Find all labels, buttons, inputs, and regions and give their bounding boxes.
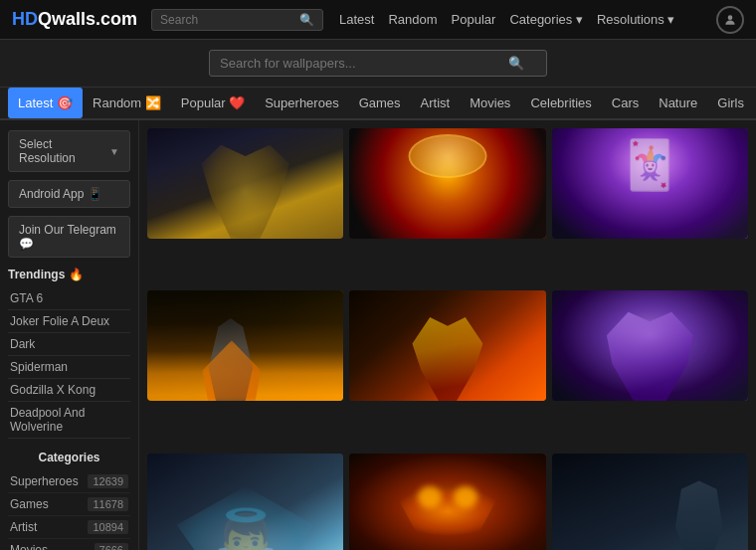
top-navbar: HDQwalls.com 🔍 Latest Random Popular Cat… bbox=[0, 0, 756, 40]
nav-random[interactable]: Random bbox=[388, 12, 437, 27]
cat-count-3: 7666 bbox=[94, 543, 128, 550]
resolution-selector[interactable]: Select Resolution ▼ bbox=[8, 130, 130, 172]
cat-count-0: 12639 bbox=[88, 474, 128, 488]
svg-point-0 bbox=[728, 15, 733, 20]
categories-label: Categories bbox=[38, 451, 99, 464]
nav-resolutions[interactable]: Resolutions ▾ bbox=[597, 12, 675, 27]
wallpaper-5[interactable] bbox=[349, 290, 545, 401]
trending-item-0[interactable]: GTA 6 bbox=[8, 287, 130, 310]
categories-header: Categories bbox=[8, 451, 130, 464]
tab-superheroes[interactable]: Superheroes bbox=[255, 88, 348, 118]
site-logo[interactable]: HDQwalls.com bbox=[12, 9, 137, 30]
main-search-input[interactable] bbox=[220, 56, 508, 71]
main-layout: Select Resolution ▼ Android App 📱 Join O… bbox=[0, 120, 756, 550]
trending-list: GTA 6 Joker Folie A Deux Dark Spiderman … bbox=[8, 287, 130, 439]
wallpaper-7[interactable]: 👼 bbox=[147, 454, 343, 550]
logo-walls: Qwalls.com bbox=[38, 9, 137, 29]
tab-movies[interactable]: Movies bbox=[460, 88, 520, 118]
top-search-box[interactable]: 🔍 bbox=[151, 9, 323, 31]
category-tabs: Latest 🎯 Random 🔀 Popular ❤️ Superheroes… bbox=[0, 88, 756, 120]
top-nav-links: Latest Random Popular Categories ▾ Resol… bbox=[339, 12, 674, 27]
categories-list: Superheroes 12639 Games 11678 Artist 108… bbox=[8, 470, 130, 550]
cat-count-2: 10894 bbox=[88, 520, 128, 534]
nav-right bbox=[708, 6, 744, 34]
search-icon-main: 🔍 bbox=[508, 56, 524, 71]
trending-item-4[interactable]: Godzilla X Kong bbox=[8, 379, 130, 402]
cat-movies[interactable]: Movies 7666 bbox=[8, 539, 130, 550]
cat-name-1: Games bbox=[10, 497, 49, 511]
nav-latest[interactable]: Latest bbox=[339, 12, 374, 27]
android-app-button[interactable]: Android App 📱 bbox=[8, 180, 130, 208]
tab-latest[interactable]: Latest 🎯 bbox=[8, 88, 83, 118]
cat-count-1: 11678 bbox=[88, 497, 128, 511]
android-app-label: Android App 📱 bbox=[19, 187, 102, 201]
trending-item-3[interactable]: Spiderman bbox=[8, 356, 130, 379]
cat-name-0: Superheroes bbox=[10, 474, 79, 488]
tab-nature[interactable]: Nature bbox=[649, 88, 707, 118]
trending-label: Trendings 🔥 bbox=[8, 268, 84, 281]
search-icon: 🔍 bbox=[299, 13, 314, 27]
wallpaper-grid: 🃏 👼 bbox=[139, 120, 756, 550]
user-avatar-icon[interactable] bbox=[716, 6, 744, 34]
telegram-label: Join Our Telegram 💬 bbox=[19, 223, 119, 251]
tab-artist[interactable]: Artist bbox=[411, 88, 461, 118]
top-search-input[interactable] bbox=[160, 13, 299, 27]
sidebar: Select Resolution ▼ Android App 📱 Join O… bbox=[0, 120, 139, 550]
wallpaper-2[interactable] bbox=[349, 128, 545, 239]
cat-superheroes[interactable]: Superheroes 12639 bbox=[8, 470, 130, 493]
cat-artist[interactable]: Artist 10894 bbox=[8, 516, 130, 539]
tab-celebrities[interactable]: Celebrities bbox=[520, 88, 601, 118]
wallpaper-9[interactable] bbox=[552, 454, 748, 550]
tab-cars[interactable]: Cars bbox=[602, 88, 649, 118]
chevron-down-icon: ▼ bbox=[109, 146, 119, 157]
trending-item-2[interactable]: Dark bbox=[8, 333, 130, 356]
tab-popular[interactable]: Popular ❤️ bbox=[171, 88, 255, 118]
trending-header: Trendings 🔥 bbox=[8, 268, 130, 281]
cat-name-2: Artist bbox=[10, 520, 37, 534]
trending-item-1[interactable]: Joker Folie A Deux bbox=[8, 310, 130, 333]
tab-random[interactable]: Random 🔀 bbox=[83, 88, 171, 118]
tab-girls[interactable]: Girls bbox=[707, 88, 754, 118]
wallpaper-3[interactable]: 🃏 bbox=[552, 128, 748, 239]
resolution-label: Select Resolution bbox=[19, 137, 109, 165]
trending-item-5[interactable]: Deadpool And Wolverine bbox=[8, 402, 130, 439]
search-bar-section: 🔍 bbox=[0, 40, 756, 88]
nav-popular[interactable]: Popular bbox=[452, 12, 496, 27]
wallpaper-1[interactable] bbox=[147, 128, 343, 239]
tab-games[interactable]: Games bbox=[349, 88, 411, 118]
wallpaper-8[interactable] bbox=[349, 454, 545, 550]
wallpaper-6[interactable] bbox=[552, 290, 748, 401]
cat-name-3: Movies bbox=[10, 543, 48, 550]
telegram-button[interactable]: Join Our Telegram 💬 bbox=[8, 216, 130, 258]
logo-hd: HD bbox=[12, 9, 38, 29]
main-search-box[interactable]: 🔍 bbox=[209, 50, 547, 77]
cat-games[interactable]: Games 11678 bbox=[8, 493, 130, 516]
wallpaper-4[interactable] bbox=[147, 290, 343, 401]
nav-categories[interactable]: Categories ▾ bbox=[509, 12, 582, 27]
